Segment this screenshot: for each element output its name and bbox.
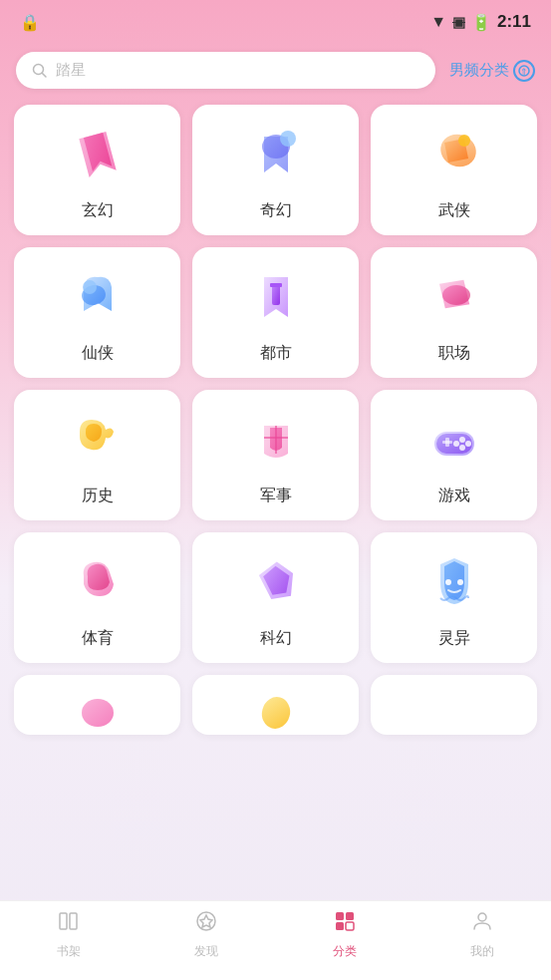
qihuan-icon (242, 123, 310, 190)
svg-rect-27 (60, 913, 67, 929)
svg-point-25 (82, 699, 114, 727)
lishi-icon (64, 408, 132, 476)
category-dushi[interactable]: 都市 (192, 247, 359, 378)
svg-rect-32 (346, 912, 354, 920)
category-xianxia[interactable]: 仙侠 (14, 247, 180, 378)
svg-rect-28 (70, 913, 77, 929)
mine-icon (470, 909, 494, 939)
category-icon (333, 909, 357, 939)
kehuan-icon (242, 550, 310, 618)
nav-category-label: 分类 (333, 943, 357, 960)
partial-category-row (0, 663, 551, 735)
dushi-icon (242, 265, 310, 333)
svg-rect-31 (336, 912, 344, 920)
status-bar-right: ▼ ▣ 🔋 2:11 (430, 12, 531, 32)
nav-category[interactable]: 分类 (276, 909, 413, 960)
zhichang-icon (420, 265, 488, 333)
junshi-icon (242, 408, 310, 476)
qihuan-label: 奇幻 (260, 200, 292, 221)
youxi-label: 游戏 (438, 486, 470, 506)
search-area: 踏星 男频分类 ⇑ (0, 44, 551, 99)
svg-rect-11 (270, 283, 282, 287)
svg-line-1 (43, 73, 47, 77)
tiyu-label: 体育 (82, 628, 114, 649)
category-zhichang[interactable]: 职场 (371, 247, 537, 378)
category-lingyi[interactable]: 灵异 (371, 532, 537, 663)
bookshelf-icon (57, 909, 81, 939)
lingyi-label: 灵异 (438, 628, 470, 649)
svg-point-19 (453, 441, 459, 447)
svg-point-24 (457, 579, 463, 585)
battery-icon: 🔋 (471, 13, 491, 32)
svg-rect-10 (272, 285, 280, 305)
bottom-nav: 书架 发现 分类 我的 (0, 900, 551, 980)
svg-rect-34 (346, 922, 354, 930)
category-junshi[interactable]: 军事 (192, 390, 359, 520)
svg-rect-33 (336, 922, 344, 930)
partial-icon-2 (256, 693, 296, 733)
lock-icon: 🔒 (20, 13, 40, 32)
svg-marker-30 (200, 915, 212, 927)
signal-icon: ▣ (452, 14, 465, 30)
nav-bookshelf-label: 书架 (57, 943, 81, 960)
category-grid: 玄幻 奇幻 (0, 99, 551, 663)
category-xuanhuan[interactable]: 玄幻 (14, 105, 180, 235)
svg-point-7 (458, 135, 470, 147)
status-time: 2:11 (497, 12, 531, 32)
male-category-label: 男频分类 (449, 61, 509, 80)
svg-text:⇑: ⇑ (520, 66, 528, 76)
wuxia-icon (420, 123, 488, 190)
svg-point-23 (445, 579, 451, 585)
nav-discover-label: 发现 (194, 943, 218, 960)
svg-point-26 (258, 694, 293, 732)
partial-card-2[interactable] (192, 675, 359, 735)
tiyu-icon (64, 550, 132, 618)
svg-rect-22 (445, 438, 449, 447)
partial-card-1[interactable] (14, 675, 180, 735)
male-category-button[interactable]: 男频分类 ⇑ (449, 60, 535, 82)
xuanhuan-label: 玄幻 (82, 200, 114, 221)
search-bar[interactable]: 踏星 (16, 52, 435, 89)
nav-discover[interactable]: 发现 (138, 909, 275, 960)
xianxia-label: 仙侠 (82, 343, 114, 364)
svg-point-35 (478, 913, 486, 921)
partial-icon-1 (78, 693, 118, 733)
category-lishi[interactable]: 历史 (14, 390, 180, 520)
svg-point-17 (459, 437, 465, 443)
wuxia-label: 武侠 (438, 200, 470, 221)
nav-bookshelf[interactable]: 书架 (0, 909, 138, 960)
search-icon (32, 63, 48, 79)
svg-point-9 (83, 280, 97, 294)
status-bar-left: 🔒 (20, 13, 40, 32)
partial-card-3[interactable] (371, 675, 537, 735)
svg-point-20 (459, 445, 465, 451)
svg-point-18 (465, 441, 471, 447)
category-kehuan[interactable]: 科幻 (192, 532, 359, 663)
search-placeholder: 踏星 (56, 61, 86, 80)
dushi-label: 都市 (260, 343, 292, 364)
nav-mine-label: 我的 (470, 943, 494, 960)
status-bar: 🔒 ▼ ▣ 🔋 2:11 (0, 0, 551, 44)
xianxia-icon (64, 265, 132, 333)
category-tiyu[interactable]: 体育 (14, 532, 180, 663)
discover-icon (194, 909, 218, 939)
lishi-label: 历史 (82, 486, 114, 506)
svg-point-12 (442, 285, 470, 305)
male-category-icon: ⇑ (513, 60, 535, 82)
category-wuxia[interactable]: 武侠 (371, 105, 537, 235)
junshi-label: 军事 (260, 486, 292, 506)
xuanhuan-icon (64, 123, 132, 190)
category-qihuan[interactable]: 奇幻 (192, 105, 359, 235)
youxi-icon (420, 408, 488, 476)
wifi-icon: ▼ (430, 13, 446, 31)
nav-mine[interactable]: 我的 (413, 909, 551, 960)
kehuan-label: 科幻 (260, 628, 292, 649)
svg-point-5 (280, 131, 296, 147)
lingyi-icon (420, 550, 488, 618)
zhichang-label: 职场 (438, 343, 470, 364)
category-youxi[interactable]: 游戏 (371, 390, 537, 520)
